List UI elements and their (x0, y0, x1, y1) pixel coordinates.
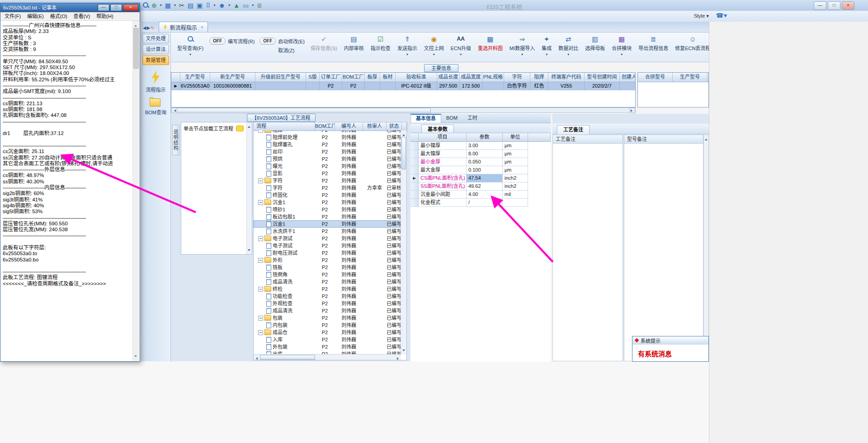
param-unit-cell[interactable]: inch2 (503, 174, 528, 182)
param-value-cell[interactable]: 0.050 (467, 158, 503, 166)
tree-col-header[interactable]: 流程 (254, 122, 315, 131)
notepad-menu-1[interactable]: 编辑(E) (24, 12, 47, 20)
process-row[interactable]: 水洗烘干1P2刘伟巍已编写 (254, 228, 401, 235)
expander-icon[interactable] (258, 258, 263, 263)
remarks-scrollbar[interactable] (703, 135, 709, 361)
expander-icon[interactable] (258, 236, 263, 241)
process-row[interactable]: 字符P2刘伟巍方幸幸已审核 (254, 184, 401, 191)
col-header[interactable]: 升级前旧生产型号 (255, 73, 306, 82)
chevron-down-icon[interactable]: ▾ (460, 52, 462, 56)
tree-hscrollbar[interactable] (254, 354, 401, 360)
param-row[interactable]: ▶CS面PNL面积(含孔)47.54inch2 (410, 174, 551, 182)
expander-icon[interactable] (258, 330, 263, 335)
param-item-cell[interactable]: 最小镍厚 (419, 142, 467, 150)
description-scrollbar[interactable] (246, 122, 252, 254)
data-cell[interactable]: 10010600080881 (210, 82, 255, 90)
send-instruction-button[interactable]: ⇑发送指示▾ (396, 34, 418, 57)
param-row[interactable]: 最大镍厚8.00μm (410, 150, 551, 158)
col-header[interactable]: 终端客户代码 (548, 73, 585, 82)
param-item-cell[interactable]: 化金程式 (419, 199, 467, 207)
data-cell[interactable]: 297.500 (437, 82, 460, 90)
process-node[interactable]: 功能检查 (254, 293, 315, 300)
notepad-menu-2[interactable]: 格式(O) (47, 12, 71, 20)
param-value-cell[interactable]: 47.54 (467, 174, 503, 182)
mi-data-import-button[interactable]: ⇒MI数据导入▾ (509, 34, 536, 57)
process-row[interactable]: 成品仓P2刘伟巍已编写 (254, 329, 401, 336)
main-info-hscrollbar[interactable] (171, 107, 636, 113)
notepad-menu-3[interactable]: 查看(V) (71, 12, 94, 20)
notepad-menu-4[interactable]: 帮助(H) (93, 12, 116, 20)
chevron-down-icon[interactable]: ▾ (406, 52, 408, 56)
process-node[interactable]: 外形 (254, 257, 315, 264)
data-cell[interactable] (380, 82, 396, 90)
tree-col-header[interactable]: 状态 (387, 122, 402, 131)
col-header[interactable]: 验收标准 (396, 73, 437, 82)
process-node[interactable]: 显影 (254, 170, 315, 177)
model-query-button[interactable]: 型号查询(F)▾ (176, 34, 204, 57)
internal-audit-button[interactable]: ▤内部审核 (343, 34, 365, 52)
process-row[interactable]: 阻焊前处理P2刘伟巍已编写 (254, 134, 401, 141)
data-cell[interactable]: 6V255053A0 (180, 82, 210, 90)
param-value-cell[interactable]: 49.62 (467, 182, 503, 191)
chevron-down-icon[interactable]: ▾ (567, 52, 569, 56)
col-header[interactable]: 合拼型号 (638, 73, 673, 82)
process-row[interactable]: 终检P2刘伟巍已编写 (254, 285, 401, 293)
col-header[interactable]: 成品宽度 (460, 73, 482, 82)
process-node[interactable]: 电子测试 (254, 235, 315, 242)
process-remarks-body[interactable] (552, 144, 623, 361)
process-node[interactable]: 喷砂1 (254, 206, 315, 213)
param-unit-cell[interactable]: μm (503, 142, 528, 150)
tab-new-flow-instruction[interactable]: 新流程指示 × (159, 22, 208, 32)
param-value-cell[interactable]: 3.00 (467, 142, 503, 150)
expander-icon[interactable] (258, 178, 263, 183)
process-node[interactable]: 铣倒角 (254, 271, 315, 278)
chevron-down-icon[interactable]: ▾ (546, 52, 547, 56)
process-row[interactable]: 字符P2刘伟巍已编写 (254, 177, 401, 184)
chevron-down-icon[interactable]: ▾ (621, 52, 623, 56)
process-row[interactable]: 耐电压测试P2刘伟巍已编写 (254, 249, 401, 256)
structure-side-tab[interactable]: 说明结构 (172, 125, 179, 155)
data-cell[interactable] (482, 82, 504, 90)
process-row[interactable]: 沉金1P2刘伟巍已编写 (254, 199, 401, 206)
col-header[interactable]: 成品长度 (437, 73, 460, 82)
process-node[interactable]: 包装 (254, 315, 315, 322)
param-item-cell[interactable]: 最大镍厚 (419, 150, 467, 158)
col-header[interactable]: 生产型号 (673, 73, 708, 82)
reselect-cutting-button[interactable]: ▦重选开料图 (477, 34, 504, 52)
data-cell[interactable] (365, 82, 380, 90)
data-cell[interactable]: 白色字符 (504, 82, 530, 90)
param-row[interactable]: SS面PNL面积(含孔)49.62inch2 (410, 182, 551, 191)
param-unit-cell[interactable]: inch2 (503, 182, 528, 191)
process-node[interactable]: 字符 (254, 185, 315, 191)
process-node[interactable]: 预烘 (254, 156, 315, 163)
process-row[interactable]: 板边包胶1P2刘伟巍已编写 (254, 213, 401, 220)
data-cell[interactable]: 红色 (530, 82, 548, 90)
merge-module-button[interactable]: ▦合拼模块▾ (611, 34, 632, 57)
process-row[interactable]: 铣板P2刘伟巍已编写 (254, 264, 401, 271)
process-node[interactable]: 阻焊前处理 (254, 134, 315, 141)
process-row[interactable]: 丝印P2刘伟巍已编写 (254, 148, 401, 155)
tree-col-header[interactable]: BOM工厂 (315, 122, 335, 131)
data-cell[interactable]: 2020/2/7 (585, 82, 620, 90)
model-remarks-body[interactable] (624, 144, 703, 361)
param-unit-cell[interactable]: mil (503, 191, 528, 199)
process-node[interactable]: 铣板 (254, 264, 315, 271)
process-node[interactable]: 成品清洗 (254, 279, 315, 285)
process-node[interactable]: 丝印 (254, 149, 315, 155)
param-row[interactable]: 最小金厚0.050μm (410, 158, 551, 166)
col-header[interactable]: S版 (306, 73, 320, 82)
main-info-row[interactable]: ▶6V255053A010010600080881P2P2IPC-6012 II… (171, 82, 635, 90)
tab-close-icon[interactable]: × (201, 24, 203, 30)
process-row[interactable]: 成品清洗P2刘伟巍已编写 (254, 278, 401, 285)
params-col-header[interactable]: 单位 (503, 133, 528, 141)
notepad-scrollbar[interactable] (132, 21, 139, 361)
repair-ecn-button[interactable]: ☺修复ECN丢流程 (674, 34, 711, 52)
process-node[interactable]: 曝光 (254, 163, 315, 170)
process-node[interactable]: 成品仓 (254, 329, 315, 336)
notepad-titlebar[interactable]: 6v255053a0.txt - 记事本 —□× (0, 3, 140, 12)
popup-header[interactable]: 系统提示 (632, 336, 708, 345)
process-row[interactable]: 外包装P2刘伟巍已编写 (254, 343, 401, 350)
process-row[interactable]: 电子测试P2刘伟巍已编写 (254, 235, 401, 242)
process-node[interactable]: 外包装 (254, 344, 315, 350)
param-unit-cell[interactable] (503, 199, 528, 207)
